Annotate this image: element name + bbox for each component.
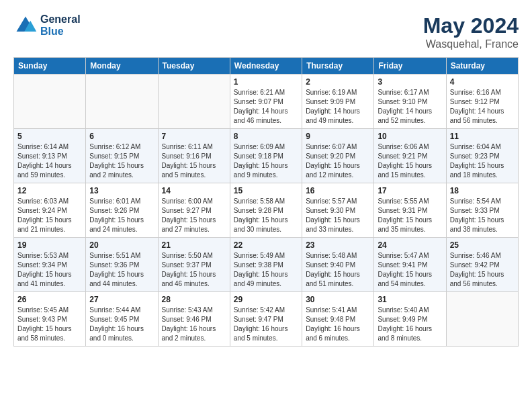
day-number: 27 [89,295,154,304]
day-number: 24 [378,240,442,250]
calendar-cell: 11Sunrise: 6:04 AMSunset: 9:23 PMDayligh… [446,129,518,183]
calendar-cell: 16Sunrise: 5:57 AMSunset: 9:30 PMDayligh… [302,183,374,238]
calendar-cell: 6Sunrise: 6:12 AMSunset: 9:15 PMDaylight… [86,129,158,183]
calendar-cell [158,75,230,129]
calendar-cell: 7Sunrise: 6:11 AMSunset: 9:16 PMDaylight… [158,129,230,183]
calendar-cell: 5Sunrise: 6:14 AMSunset: 9:13 PMDaylight… [14,129,86,183]
day-info: Sunrise: 5:47 AMSunset: 9:41 PMDaylight:… [378,251,442,289]
day-number: 7 [162,132,226,141]
day-info: Sunrise: 6:06 AMSunset: 9:21 PMDaylight:… [378,142,442,180]
day-number: 20 [89,240,154,250]
calendar-cell [86,75,158,129]
day-info: Sunrise: 6:07 AMSunset: 9:20 PMDaylight:… [306,142,370,180]
day-info: Sunrise: 5:40 AMSunset: 9:49 PMDaylight:… [378,306,442,343]
calendar-week-row: 26Sunrise: 5:45 AMSunset: 9:43 PMDayligh… [14,292,519,347]
day-info: Sunrise: 5:45 AMSunset: 9:43 PMDaylight:… [17,306,82,343]
day-number: 31 [378,295,442,304]
day-info: Sunrise: 6:21 AMSunset: 9:07 PMDaylight:… [234,88,298,126]
day-info: Sunrise: 5:57 AMSunset: 9:30 PMDaylight:… [306,197,370,234]
calendar-week-row: 1Sunrise: 6:21 AMSunset: 9:07 PMDaylight… [14,75,519,129]
calendar-cell: 26Sunrise: 5:45 AMSunset: 9:43 PMDayligh… [14,292,86,347]
day-number: 26 [17,295,82,304]
day-number: 29 [234,295,298,304]
location-title: Wasquehal, France [423,38,519,50]
calendar-cell: 19Sunrise: 5:53 AMSunset: 9:34 PMDayligh… [14,238,86,292]
day-number: 18 [450,186,515,195]
day-info: Sunrise: 5:46 AMSunset: 9:42 PMDaylight:… [450,251,515,289]
calendar-cell: 27Sunrise: 5:44 AMSunset: 9:45 PMDayligh… [86,292,158,347]
day-info: Sunrise: 6:04 AMSunset: 9:23 PMDaylight:… [450,142,515,180]
day-info: Sunrise: 6:12 AMSunset: 9:15 PMDaylight:… [89,142,154,180]
weekday-header: Friday [374,58,446,75]
weekday-header-row: SundayMondayTuesdayWednesdayThursdayFrid… [14,58,519,75]
calendar-cell: 18Sunrise: 5:54 AMSunset: 9:33 PMDayligh… [446,183,518,238]
weekday-header: Sunday [14,58,86,75]
day-number: 5 [17,132,82,141]
calendar-cell: 4Sunrise: 6:16 AMSunset: 9:12 PMDaylight… [446,75,518,129]
day-info: Sunrise: 5:53 AMSunset: 9:34 PMDaylight:… [17,251,82,289]
day-number: 9 [306,132,370,141]
day-info: Sunrise: 5:58 AMSunset: 9:28 PMDaylight:… [234,197,298,234]
weekday-header: Tuesday [158,58,230,75]
day-info: Sunrise: 5:55 AMSunset: 9:31 PMDaylight:… [378,197,442,234]
day-number: 21 [162,240,226,250]
day-number: 3 [378,77,442,87]
calendar-cell: 25Sunrise: 5:46 AMSunset: 9:42 PMDayligh… [446,238,518,292]
calendar-cell: 15Sunrise: 5:58 AMSunset: 9:28 PMDayligh… [230,183,302,238]
calendar-cell: 20Sunrise: 5:51 AMSunset: 9:36 PMDayligh… [86,238,158,292]
calendar-cell: 17Sunrise: 5:55 AMSunset: 9:31 PMDayligh… [374,183,446,238]
day-info: Sunrise: 6:14 AMSunset: 9:13 PMDaylight:… [17,142,82,180]
weekday-header: Thursday [302,58,374,75]
day-info: Sunrise: 5:51 AMSunset: 9:36 PMDaylight:… [89,251,154,289]
day-info: Sunrise: 5:44 AMSunset: 9:45 PMDaylight:… [89,306,154,343]
calendar-cell: 13Sunrise: 6:01 AMSunset: 9:26 PMDayligh… [86,183,158,238]
calendar-cell: 8Sunrise: 6:09 AMSunset: 9:18 PMDaylight… [230,129,302,183]
calendar-cell: 2Sunrise: 6:19 AMSunset: 9:09 PMDaylight… [302,75,374,129]
day-number: 19 [17,240,82,250]
day-info: Sunrise: 6:01 AMSunset: 9:26 PMDaylight:… [89,197,154,234]
calendar-week-row: 5Sunrise: 6:14 AMSunset: 9:13 PMDaylight… [14,129,519,183]
calendar-cell: 28Sunrise: 5:43 AMSunset: 9:46 PMDayligh… [158,292,230,347]
weekday-header: Saturday [446,58,518,75]
calendar-cell: 30Sunrise: 5:41 AMSunset: 9:48 PMDayligh… [302,292,374,347]
day-info: Sunrise: 5:50 AMSunset: 9:37 PMDaylight:… [162,251,226,289]
weekday-header: Monday [86,58,158,75]
day-info: Sunrise: 6:03 AMSunset: 9:24 PMDaylight:… [17,197,82,234]
day-info: Sunrise: 5:41 AMSunset: 9:48 PMDaylight:… [306,306,370,343]
calendar-cell: 23Sunrise: 5:48 AMSunset: 9:40 PMDayligh… [302,238,374,292]
day-info: Sunrise: 5:49 AMSunset: 9:38 PMDaylight:… [234,251,298,289]
day-info: Sunrise: 6:09 AMSunset: 9:18 PMDaylight:… [234,142,298,180]
calendar-cell: 29Sunrise: 5:42 AMSunset: 9:47 PMDayligh… [230,292,302,347]
day-number: 14 [162,186,226,195]
day-info: Sunrise: 6:16 AMSunset: 9:12 PMDaylight:… [450,88,515,126]
calendar-cell: 12Sunrise: 6:03 AMSunset: 9:24 PMDayligh… [14,183,86,238]
calendar-cell: 22Sunrise: 5:49 AMSunset: 9:38 PMDayligh… [230,238,302,292]
calendar-table: SundayMondayTuesdayWednesdayThursdayFrid… [13,57,519,347]
day-info: Sunrise: 5:43 AMSunset: 9:46 PMDaylight:… [162,306,226,343]
logo-icon [13,13,38,38]
day-number: 10 [378,132,442,141]
day-number: 2 [306,77,370,87]
calendar-cell: 9Sunrise: 6:07 AMSunset: 9:20 PMDaylight… [302,129,374,183]
calendar-cell: 1Sunrise: 6:21 AMSunset: 9:07 PMDaylight… [230,75,302,129]
calendar-cell: 10Sunrise: 6:06 AMSunset: 9:21 PMDayligh… [374,129,446,183]
day-number: 11 [450,132,515,141]
calendar-cell [446,292,518,347]
calendar-cell: 3Sunrise: 6:17 AMSunset: 9:10 PMDaylight… [374,75,446,129]
day-number: 28 [162,295,226,304]
day-number: 8 [234,132,298,141]
day-number: 13 [89,186,154,195]
day-number: 16 [306,186,370,195]
page-header: General Blue May 2024 Wasquehal, France [13,13,519,50]
day-number: 25 [450,240,515,250]
day-info: Sunrise: 5:48 AMSunset: 9:40 PMDaylight:… [306,251,370,289]
day-number: 30 [306,295,370,304]
day-number: 17 [378,186,442,195]
calendar-week-row: 12Sunrise: 6:03 AMSunset: 9:24 PMDayligh… [14,183,519,238]
day-number: 12 [17,186,82,195]
day-info: Sunrise: 5:42 AMSunset: 9:47 PMDaylight:… [234,306,298,343]
day-info: Sunrise: 6:19 AMSunset: 9:09 PMDaylight:… [306,88,370,126]
calendar-cell [14,75,86,129]
logo: General Blue [13,13,81,38]
day-number: 23 [306,240,370,250]
